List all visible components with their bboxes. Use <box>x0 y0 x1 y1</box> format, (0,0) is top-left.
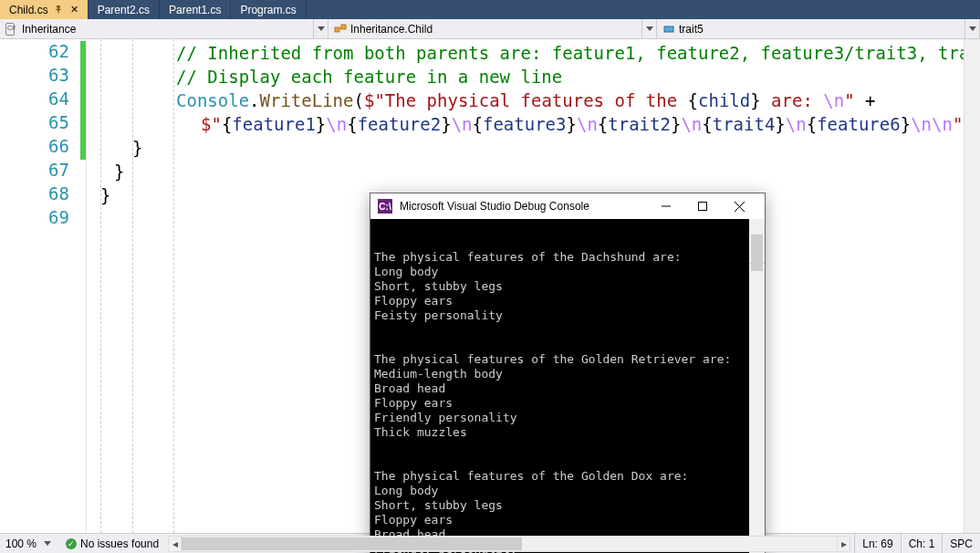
console-title-text: Microsoft Visual Studio Debug Console <box>400 200 648 213</box>
code-escape: \n <box>681 114 702 134</box>
code-escape: \n <box>823 90 844 110</box>
code-punct: . <box>249 90 259 110</box>
line-number: 68 <box>15 183 69 203</box>
minimize-button[interactable] <box>648 193 684 219</box>
scroll-right-icon[interactable]: ▸ <box>837 537 850 551</box>
code-punct: ( <box>353 90 363 110</box>
csharp-project-icon <box>5 23 18 36</box>
console-text: The physical features of the Dachshund a… <box>374 250 761 553</box>
line-number: 64 <box>15 89 69 109</box>
code-punct: } <box>441 114 451 134</box>
code-punct: { <box>598 114 608 134</box>
code-brace: } <box>100 185 110 205</box>
code-punct: } <box>316 114 326 134</box>
code-comment: // Inherited from both parents are: feat… <box>87 43 980 63</box>
code-punct: { <box>688 90 698 110</box>
tab-child-cs[interactable]: Child.cs ✕ <box>0 0 89 19</box>
code-punct: } <box>671 114 681 134</box>
issues-indicator[interactable]: ✓ No issues found <box>66 537 159 550</box>
code-punct: { <box>473 114 483 134</box>
svg-rect-0 <box>335 27 339 32</box>
dropdown-chevron-icon[interactable] <box>313 19 328 38</box>
close-button[interactable] <box>721 193 757 219</box>
tab-parent2-cs[interactable]: Parent2.cs <box>89 0 160 19</box>
horizontal-scrollbar[interactable]: ◂ ▸ <box>168 536 850 552</box>
pin-icon[interactable] <box>54 5 63 15</box>
dropdown-chevron-icon[interactable] <box>641 19 656 38</box>
line-number: 62 <box>15 41 69 61</box>
code-punct: + <box>855 90 876 110</box>
code-identifier: feature2 <box>358 114 442 134</box>
console-app-icon: C:\ <box>378 199 392 214</box>
maximize-button[interactable] <box>684 193 721 219</box>
code-punct: } <box>775 114 785 134</box>
line-number: 65 <box>15 112 69 132</box>
code-type: Console <box>176 90 249 110</box>
scrollbar-thumb[interactable] <box>182 537 522 550</box>
code-identifier: feature6 <box>817 114 901 134</box>
nav-member-dropdown[interactable]: trait5 <box>657 19 980 38</box>
code-punct: { <box>702 114 712 134</box>
tab-label: Child.cs <box>9 4 48 16</box>
scrollbar-thumb[interactable] <box>751 235 763 271</box>
nav-class-dropdown[interactable]: Inheritance.Child <box>328 19 657 38</box>
field-icon <box>662 23 675 36</box>
code-escape: \n <box>452 114 473 134</box>
code-punct: { <box>807 114 817 134</box>
debug-console-window: C:\ Microsoft Visual Studio Debug Consol… <box>370 193 766 553</box>
console-vertical-scrollbar[interactable]: ▴ ▾ <box>749 219 765 553</box>
code-punct: } <box>901 114 911 134</box>
code-identifier: trait4 <box>713 114 776 134</box>
nav-class-label: Inheritance.Child <box>350 23 433 36</box>
code-escape: \n <box>911 114 932 134</box>
indent-mode[interactable]: SPC <box>942 534 980 554</box>
code-identifier: child <box>698 90 750 110</box>
nav-scope-dropdown[interactable]: Inheritance <box>0 19 328 38</box>
zoom-dropdown-icon[interactable] <box>44 541 51 546</box>
tab-parent1-cs[interactable]: Parent1.cs <box>160 0 231 19</box>
nav-scope-label: Inheritance <box>22 23 76 36</box>
code-string: $" <box>201 114 222 134</box>
code-identifier: trait2 <box>608 114 671 134</box>
issues-text: No issues found <box>80 537 159 550</box>
console-output[interactable]: The physical features of the Dachshund a… <box>370 219 765 553</box>
code-escape: \n <box>577 114 598 134</box>
caret-line[interactable]: Ln: 69 <box>854 534 900 554</box>
code-string: " <box>844 90 854 110</box>
code-method: WriteLine <box>260 90 354 110</box>
change-marker <box>80 41 86 160</box>
tab-label: Parent2.cs <box>98 4 150 16</box>
code-escape: \n <box>786 114 807 134</box>
nav-member-label: trait5 <box>679 23 704 36</box>
svg-rect-5 <box>699 203 707 211</box>
scroll-left-icon[interactable]: ◂ <box>169 537 182 551</box>
close-icon[interactable]: ✕ <box>70 4 78 16</box>
code-punct: { <box>347 114 357 134</box>
code-string: are: <box>761 90 824 110</box>
dropdown-chevron-icon[interactable] <box>964 19 979 38</box>
code-brace: } <box>132 138 142 158</box>
svg-rect-3 <box>664 26 673 32</box>
tab-program-cs[interactable]: Program.cs <box>231 0 306 19</box>
document-tabstrip: Child.cs ✕ Parent2.cs Parent1.cs Program… <box>0 0 980 19</box>
caret-column[interactable]: Ch: 1 <box>901 534 943 554</box>
line-number: 69 <box>15 207 69 227</box>
zoom-level[interactable]: 100 % <box>5 537 36 550</box>
code-escape: \n <box>326 114 347 134</box>
line-number: 63 <box>15 65 69 85</box>
code-punct: } <box>750 90 760 110</box>
class-icon <box>334 23 347 36</box>
code-brace: } <box>114 162 124 182</box>
code-punct: { <box>222 114 232 134</box>
tab-label: Parent1.cs <box>169 4 221 16</box>
code-editor[interactable]: 62 63 64 65 66 67 68 69 // Inherited fro… <box>0 39 980 533</box>
console-titlebar[interactable]: C:\ Microsoft Visual Studio Debug Consol… <box>370 193 765 219</box>
line-number: 66 <box>15 136 69 156</box>
code-navigation-bar: Inheritance Inheritance.Child trait5 <box>0 19 980 39</box>
code-string: $" <box>364 90 385 110</box>
code-string: The physical features of the <box>385 90 688 110</box>
vertical-scrollbar[interactable] <box>964 39 980 533</box>
tab-label: Program.cs <box>240 4 296 16</box>
status-bar: 100 % ✓ No issues found ◂ ▸ Ln: 69 Ch: 1… <box>0 533 980 553</box>
code-comment: // Display each feature in a new line <box>87 67 562 87</box>
